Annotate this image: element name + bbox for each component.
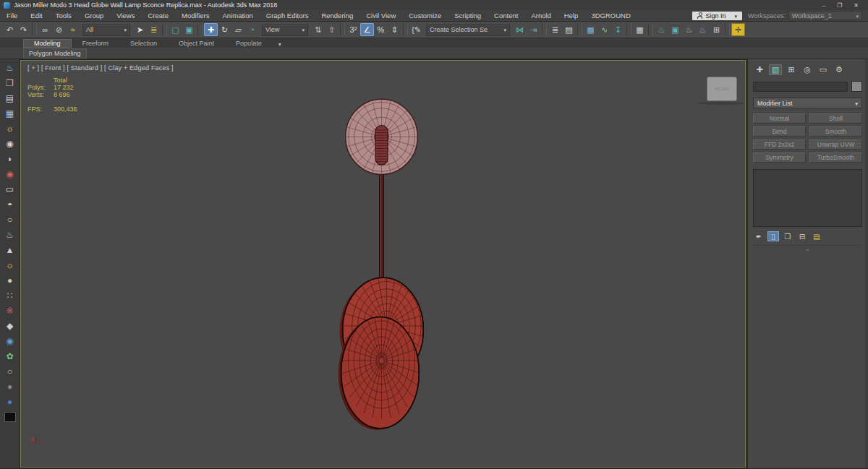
symmetry-modifier-button[interactable]: Symmetry bbox=[753, 152, 806, 163]
hedra-icon[interactable]: ◆ bbox=[2, 319, 18, 333]
graphite-explorer-icon[interactable]: ▦ bbox=[584, 23, 597, 36]
object-color-swatch[interactable] bbox=[851, 81, 862, 92]
window-icon[interactable]: ❐ bbox=[2, 76, 18, 90]
ribbon-tab[interactable]: Selection bbox=[119, 39, 168, 48]
rendered-frame-icon[interactable]: ▣ bbox=[668, 23, 682, 36]
sun-icon[interactable]: ☼ bbox=[2, 258, 18, 272]
plugin-button-icon[interactable]: ✛ bbox=[731, 23, 745, 36]
make-unique-icon[interactable]: ❒ bbox=[782, 231, 793, 241]
spinner-snap-icon[interactable]: ⇕ bbox=[388, 23, 401, 36]
close-button[interactable]: ✕ bbox=[854, 2, 859, 9]
half-sphere-icon[interactable]: ◗ bbox=[2, 152, 18, 166]
scene-explorer-icon[interactable]: ≣ bbox=[548, 23, 562, 36]
sphere-icon[interactable]: ● bbox=[2, 273, 18, 288]
modeling-teapot-icon[interactable]: ♨ bbox=[2, 61, 18, 75]
viewcube[interactable]: FRONT bbox=[707, 77, 737, 101]
use-pivot-center-icon[interactable]: ⇅ bbox=[311, 23, 325, 36]
earth-icon[interactable]: ◉ bbox=[2, 334, 18, 348]
percent-snap-icon[interactable]: % bbox=[374, 23, 388, 36]
panel-resize-handle[interactable]: ⌄ bbox=[753, 246, 862, 252]
ffd-modifier-button[interactable]: FFD 2x2x2 bbox=[753, 139, 806, 150]
keyboard-icon[interactable]: ▦ bbox=[2, 106, 18, 121]
viewport-canvas[interactable]: [ + ] [ Front ] [ Standard ] [ Clay + Ed… bbox=[20, 60, 746, 468]
menu-item[interactable]: Scripting bbox=[448, 12, 488, 20]
light-icon[interactable]: ☼ bbox=[2, 121, 18, 136]
dome-icon[interactable]: ◓ bbox=[2, 197, 18, 212]
schematic-view-icon[interactable]: ↧ bbox=[611, 23, 625, 36]
select-and-link-icon[interactable]: ∞ bbox=[38, 23, 52, 36]
render-grid-icon[interactable]: ⊞ bbox=[710, 23, 723, 36]
select-and-rotate-icon[interactable]: ↻ bbox=[218, 23, 231, 36]
modifier-list-dropdown[interactable]: Modifier List bbox=[753, 98, 862, 108]
undo-icon[interactable]: ↶ bbox=[3, 23, 17, 36]
ribbon-options-icon[interactable]: ▾ bbox=[273, 41, 287, 48]
angle-snap-icon[interactable]: ∠ bbox=[360, 23, 374, 36]
render-production-icon[interactable]: ♨ bbox=[682, 23, 696, 36]
motion-tab[interactable]: ◎ bbox=[801, 64, 814, 75]
spray-icon[interactable]: ※ bbox=[2, 304, 18, 318]
keyboard-override-icon[interactable]: ⇧ bbox=[325, 23, 339, 36]
menu-item[interactable]: Rendering bbox=[315, 12, 359, 20]
shell-modifier-button[interactable]: Shell bbox=[809, 113, 862, 124]
viewport-label[interactable]: [ + ] [ Front ] [ Standard ] [ Clay + Ed… bbox=[27, 64, 174, 72]
normal-modifier-button[interactable]: Normal bbox=[753, 113, 806, 124]
menu-item[interactable]: Civil View bbox=[359, 12, 402, 20]
menu-item[interactable]: Modifiers bbox=[175, 12, 216, 20]
grey-sphere-icon[interactable]: ● bbox=[2, 379, 18, 394]
selection-set-dropdown[interactable]: Create Selection Se bbox=[426, 24, 510, 36]
list-icon[interactable]: ▤ bbox=[2, 91, 18, 106]
render-setup-icon[interactable]: ♨ bbox=[655, 23, 668, 36]
layer-explorer-icon[interactable]: ▤ bbox=[562, 23, 576, 36]
window-crossing-icon[interactable]: ▣ bbox=[182, 23, 196, 36]
torus-icon[interactable]: ○ bbox=[2, 212, 18, 227]
utilities-tab[interactable]: ⚙ bbox=[833, 64, 846, 75]
scatter-icon[interactable]: ∷ bbox=[2, 288, 18, 303]
menu-item[interactable]: Edit bbox=[24, 12, 48, 20]
modify-tab[interactable]: ▧ bbox=[769, 64, 782, 75]
ribbon-tab[interactable]: Freeform bbox=[72, 39, 120, 48]
display-tab[interactable]: ▭ bbox=[817, 64, 830, 75]
coord-system-dropdown[interactable]: View bbox=[262, 24, 308, 36]
menu-item[interactable]: 3DGROUND bbox=[584, 12, 637, 20]
menu-item[interactable]: File bbox=[0, 12, 24, 20]
plant-icon[interactable]: ✿ bbox=[2, 349, 18, 363]
menu-item[interactable]: Content bbox=[488, 12, 524, 20]
select-by-name-icon[interactable]: ≣ bbox=[147, 23, 161, 36]
curve-editor-icon[interactable]: ∿ bbox=[597, 23, 611, 36]
menu-item[interactable]: Group bbox=[78, 12, 110, 20]
redo-icon[interactable]: ↷ bbox=[17, 23, 30, 36]
teapot-icon[interactable]: ♨ bbox=[2, 228, 18, 242]
bend-modifier-button[interactable]: Bend bbox=[753, 126, 806, 137]
select-object-icon[interactable]: ➤ bbox=[133, 23, 147, 36]
smooth-modifier-button[interactable]: Smooth bbox=[809, 126, 862, 137]
plane-icon[interactable]: ▭ bbox=[2, 182, 18, 197]
show-end-result-icon[interactable]: ▯ bbox=[767, 231, 779, 241]
unlink-selection-icon[interactable]: ⊘ bbox=[52, 23, 66, 36]
pin-stack-icon[interactable]: ✒ bbox=[753, 231, 765, 241]
ring-icon[interactable]: ○ bbox=[2, 364, 18, 379]
unwrap-uvw-modifier-button[interactable]: Unwrap UVW bbox=[809, 139, 862, 150]
turbosmooth-modifier-button[interactable]: TurboSmooth bbox=[809, 152, 862, 163]
menu-item[interactable]: Help bbox=[558, 12, 585, 20]
remove-modifier-icon[interactable]: ⊟ bbox=[796, 231, 808, 241]
select-and-scale-icon[interactable]: ▱ bbox=[231, 23, 245, 36]
menu-item[interactable]: Arnold bbox=[524, 12, 557, 20]
edit-named-sets-icon[interactable]: {✎ bbox=[409, 23, 423, 36]
menu-item[interactable]: Views bbox=[110, 12, 141, 20]
menu-item[interactable]: Graph Editors bbox=[260, 12, 315, 20]
video-camera-icon[interactable]: ◉ bbox=[2, 167, 18, 181]
ribbon-tab[interactable]: Populate bbox=[225, 39, 273, 48]
menu-item[interactable]: Customize bbox=[402, 12, 448, 20]
ribbon-tab[interactable]: Object Paint bbox=[168, 39, 225, 48]
modifier-stack-list[interactable] bbox=[753, 169, 862, 227]
cone-icon[interactable]: ▲ bbox=[2, 243, 18, 257]
menu-item[interactable]: Tools bbox=[49, 12, 78, 20]
object-name-field[interactable] bbox=[753, 82, 848, 92]
blue-sphere-icon[interactable]: ● bbox=[2, 395, 18, 409]
selection-filter-dropdown[interactable]: All bbox=[82, 24, 130, 36]
ribbon-tab[interactable]: Modeling bbox=[23, 39, 72, 48]
render-iterative-icon[interactable]: ♨ bbox=[696, 23, 710, 36]
minimize-button[interactable]: – bbox=[822, 2, 825, 9]
camera-icon[interactable]: ◉ bbox=[2, 137, 18, 151]
align-icon[interactable]: ⇥ bbox=[527, 23, 540, 36]
